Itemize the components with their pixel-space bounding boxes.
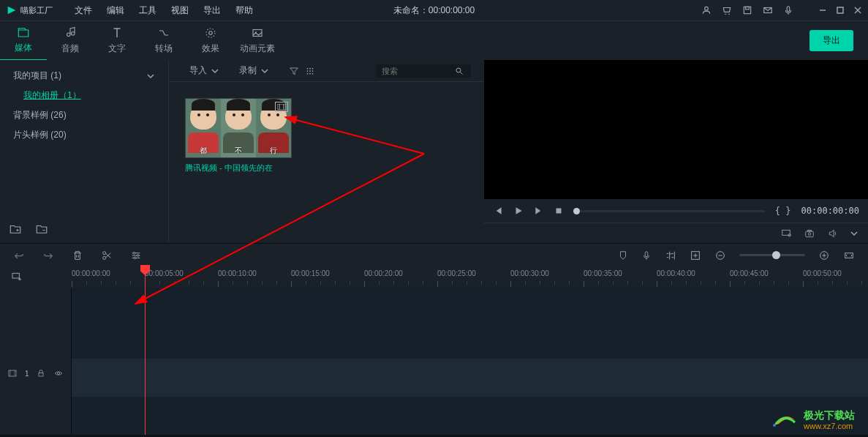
menu-view[interactable]: 视图: [171, 4, 189, 17]
video-badge-icon: [275, 102, 288, 112]
svg-rect-42: [12, 273, 19, 278]
zoom-slider[interactable]: [739, 254, 805, 256]
tab-text[interactable]: 文字: [94, 21, 140, 61]
playhead[interactable]: [145, 266, 146, 435]
progress-bar[interactable]: [573, 210, 765, 212]
track-headers: 1: [0, 288, 72, 435]
remove-folder-icon[interactable]: [35, 223, 48, 236]
svg-point-17: [307, 72, 309, 74]
svg-point-8: [206, 29, 215, 37]
preview-video[interactable]: [484, 60, 868, 199]
export-button[interactable]: 导出: [809, 30, 853, 51]
tab-text-label: 文字: [108, 42, 126, 55]
next-frame-icon[interactable]: [534, 206, 544, 216]
menu-bar: 文件 编辑 工具 视图 导出 帮助: [75, 4, 253, 17]
close-icon[interactable]: [853, 6, 862, 15]
tab-transition[interactable]: 转场: [140, 21, 187, 61]
chevron-down-icon: [146, 72, 155, 81]
audio-mixer-icon[interactable]: [665, 250, 676, 261]
watermark-text: 极光下载站: [804, 410, 855, 421]
player-controls: { } 00:00:00:00: [484, 199, 868, 223]
svg-point-20: [456, 68, 461, 72]
timeline-ruler[interactable]: 00:00:00:0000:00:05:0000:00:10:0000:00:1…: [0, 266, 868, 288]
chevron-down-icon[interactable]: [850, 230, 858, 237]
prev-frame-icon[interactable]: [493, 206, 503, 216]
display-settings-icon[interactable]: [780, 228, 792, 239]
sidebar-item-label: 背景样例 (26): [13, 109, 67, 122]
import-label: 导入: [189, 64, 207, 77]
menu-export[interactable]: 导出: [203, 4, 221, 17]
track-header[interactable]: 1: [7, 369, 64, 378]
svg-point-29: [808, 232, 811, 235]
marker-icon[interactable]: [618, 250, 628, 261]
record-dropdown[interactable]: 录制: [232, 64, 276, 77]
svg-point-50: [773, 424, 776, 427]
redo-icon[interactable]: [42, 250, 54, 261]
track-row[interactable]: [72, 359, 868, 397]
lock-icon[interactable]: [37, 369, 45, 378]
svg-point-13: [312, 67, 314, 69]
save-icon[interactable]: [742, 5, 752, 15]
render-icon[interactable]: [690, 250, 701, 261]
undo-icon[interactable]: [13, 250, 25, 261]
tab-media-label: 媒体: [15, 42, 32, 54]
zoom-out-icon[interactable]: [714, 250, 726, 261]
tab-media[interactable]: 媒体: [0, 21, 47, 61]
sidebar-item-backgrounds[interactable]: 背景样例 (26): [0, 105, 168, 125]
tab-effects[interactable]: 效果: [187, 21, 234, 61]
sidebar-item-project[interactable]: 我的项目 (1): [0, 66, 168, 86]
menu-help[interactable]: 帮助: [235, 4, 253, 17]
braces-label[interactable]: { }: [775, 206, 791, 216]
menu-edit[interactable]: 编辑: [107, 4, 124, 17]
watermark-url: www.xz7.com: [804, 422, 855, 430]
cart-icon[interactable]: [722, 5, 732, 15]
voiceover-icon[interactable]: [641, 250, 652, 261]
menu-tools[interactable]: 工具: [139, 4, 156, 17]
tab-elements[interactable]: 动画元素: [234, 21, 281, 61]
track-area[interactable]: [72, 288, 868, 435]
tab-audio[interactable]: 音频: [47, 21, 94, 61]
chevron-down-icon: [261, 67, 268, 75]
sidebar-item-album[interactable]: 我的相册（1）: [0, 86, 168, 105]
import-dropdown[interactable]: 导入: [182, 64, 226, 77]
svg-rect-22: [277, 104, 286, 110]
grid-view-icon[interactable]: [305, 66, 315, 76]
filter-icon[interactable]: [289, 66, 299, 76]
timeline-toolbar: [0, 243, 868, 266]
video-track-icon: [7, 369, 18, 378]
zoom-fit-icon[interactable]: [843, 250, 855, 261]
svg-rect-28: [806, 231, 814, 237]
maximize-icon[interactable]: [836, 6, 845, 15]
new-folder-icon[interactable]: [9, 223, 22, 236]
search-input[interactable]: [382, 67, 455, 75]
sidebar-item-intros[interactable]: 片头样例 (20): [0, 125, 168, 145]
svg-point-11: [307, 67, 309, 69]
user-icon[interactable]: [701, 5, 712, 15]
add-track-icon[interactable]: [10, 271, 23, 283]
stop-icon[interactable]: [554, 206, 563, 215]
snapshot-icon[interactable]: [804, 228, 815, 239]
adjust-icon[interactable]: [130, 250, 142, 261]
zoom-in-icon[interactable]: [818, 250, 830, 261]
svg-point-7: [209, 31, 213, 35]
mic-icon[interactable]: [783, 5, 793, 15]
svg-rect-4: [787, 7, 790, 12]
ruler-tick: 00:00:20:00: [364, 269, 403, 277]
split-icon[interactable]: [101, 250, 113, 261]
mail-icon[interactable]: [763, 5, 773, 15]
delete-icon[interactable]: [72, 250, 83, 261]
menu-file[interactable]: 文件: [75, 4, 92, 17]
minimize-icon[interactable]: [818, 6, 827, 15]
search-box[interactable]: [376, 64, 471, 78]
ruler-tick: 00:00:00:00: [72, 269, 110, 277]
svg-point-16: [312, 70, 314, 72]
svg-point-34: [137, 254, 139, 256]
volume-icon[interactable]: [827, 228, 839, 239]
eye-icon[interactable]: [53, 369, 64, 378]
app-name: 喵影工厂: [20, 5, 53, 16]
svg-point-33: [133, 252, 135, 254]
media-item[interactable]: 都 不 行 腾讯视频 - 中国领先的在: [185, 98, 292, 173]
media-thumbnail: 都 不 行: [185, 98, 292, 158]
play-icon[interactable]: [513, 206, 524, 216]
timeline-tracks: 1: [0, 288, 868, 435]
